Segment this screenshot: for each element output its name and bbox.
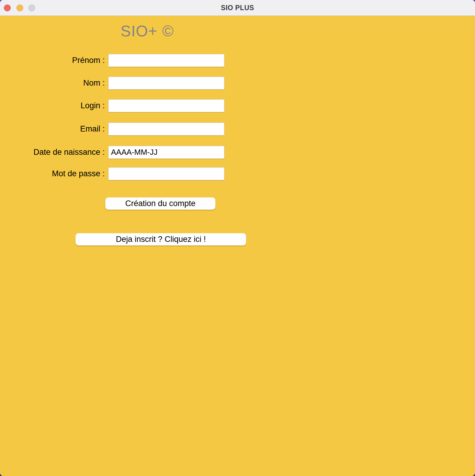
prenom-label: Prénom :	[0, 56, 105, 65]
date-naissance-label: Date de naissance :	[0, 148, 105, 157]
login-label: Login :	[0, 101, 105, 110]
create-account-button[interactable]: Création du compte	[105, 197, 215, 210]
form-row-mot-de-passe: Mot de passe :	[0, 167, 224, 180]
form-row-nom: Nom :	[0, 77, 224, 89]
email-input[interactable]	[108, 123, 224, 135]
app-heading: SIO+ ©	[121, 22, 174, 40]
mot-de-passe-input[interactable]	[108, 167, 224, 180]
titlebar: SIO PLUS	[0, 0, 475, 16]
prenom-input[interactable]	[108, 54, 224, 67]
window-title: SIO PLUS	[0, 0, 475, 16]
nom-input[interactable]	[108, 77, 224, 89]
date-naissance-input[interactable]	[108, 146, 224, 159]
main-content: SIO+ © Prénom : Nom : Login : Email : Da…	[0, 16, 475, 476]
app-window: SIO PLUS SIO+ © Prénom : Nom : Login : E…	[0, 0, 475, 476]
form-row-prenom: Prénom :	[0, 54, 224, 67]
already-registered-button[interactable]: Deja inscrit ? Cliquez ici !	[75, 233, 246, 245]
login-input[interactable]	[108, 99, 224, 112]
form-row-email: Email :	[0, 123, 224, 135]
form-row-login: Login :	[0, 99, 224, 112]
form-row-date-naissance: Date de naissance :	[0, 146, 224, 159]
email-label: Email :	[0, 124, 105, 134]
mot-de-passe-label: Mot de passe :	[0, 169, 105, 178]
nom-label: Nom :	[0, 78, 105, 88]
